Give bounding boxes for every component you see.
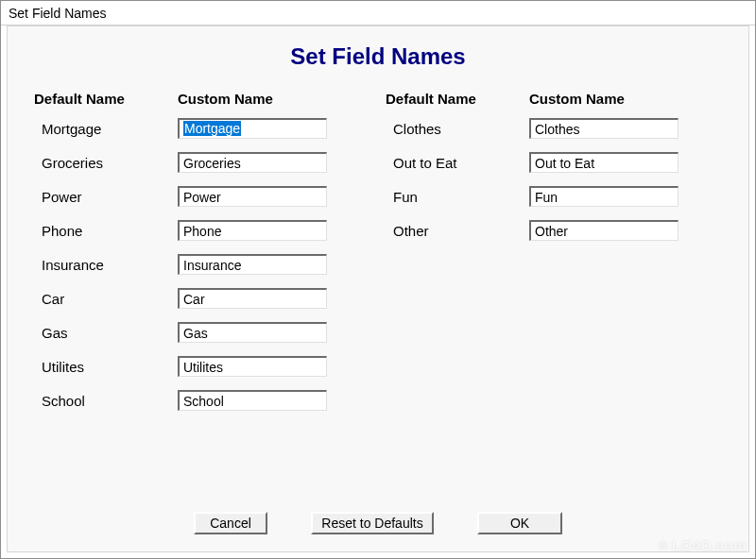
custom-name-input[interactable] (178, 254, 327, 275)
custom-name-input[interactable]: Mortgage (178, 118, 327, 139)
reset-to-defaults-button[interactable]: Reset to Defaults (311, 512, 434, 534)
field-row: Power (34, 184, 329, 209)
field-row: Out to Eat (386, 150, 680, 175)
field-row: Car (34, 286, 329, 311)
ok-button[interactable]: OK (477, 512, 562, 534)
field-columns: Default Name Custom Name MortgageMortgag… (30, 91, 726, 422)
default-name-label: Phone (34, 223, 178, 239)
field-row: MortgageMortgage (34, 116, 329, 141)
dialog-window: Set Field Names Set Field Names Default … (0, 0, 756, 559)
window-title: Set Field Names (9, 6, 106, 21)
default-name-label: School (34, 393, 178, 409)
header-default-name-right: Default Name (386, 91, 529, 107)
custom-name-input[interactable] (529, 220, 679, 241)
header-default-name-left: Default Name (34, 91, 178, 107)
header-custom-name-right: Custom Name (529, 91, 680, 107)
default-name-label: Power (34, 189, 178, 205)
default-name-label: Groceries (34, 155, 178, 171)
custom-name-input[interactable] (529, 186, 679, 207)
default-name-label: Out to Eat (386, 155, 529, 171)
default-name-label: Clothes (386, 121, 529, 137)
field-row: Phone (34, 218, 329, 243)
custom-name-input[interactable] (529, 118, 679, 139)
default-name-label: Car (34, 291, 178, 307)
custom-name-input[interactable] (178, 152, 327, 173)
default-name-label: Gas (34, 325, 178, 341)
default-name-label: Fun (386, 189, 529, 205)
cancel-button[interactable]: Cancel (194, 512, 267, 534)
default-name-label: Mortgage (34, 121, 178, 137)
custom-name-input[interactable] (178, 288, 327, 309)
default-name-label: Other (386, 223, 529, 239)
custom-name-input[interactable] (178, 322, 327, 343)
default-name-label: Insurance (34, 257, 178, 273)
left-column: Default Name Custom Name MortgageMortgag… (34, 91, 329, 422)
default-name-label: Utilites (34, 359, 178, 375)
field-row: Fun (386, 184, 680, 209)
right-column: Default Name Custom Name ClothesOut to E… (386, 91, 680, 422)
custom-name-input[interactable] (178, 220, 327, 241)
button-row: Cancel Reset to Defaults OK (8, 512, 748, 534)
titlebar: Set Field Names (1, 1, 755, 25)
custom-name-input[interactable] (529, 152, 679, 173)
right-column-headers: Default Name Custom Name (386, 91, 680, 107)
field-row: Gas (34, 320, 329, 345)
field-row: Other (386, 218, 680, 243)
field-row: Groceries (34, 150, 329, 175)
dialog-heading: Set Field Names (30, 43, 726, 70)
header-custom-name-left: Custom Name (178, 91, 329, 107)
field-row: School (34, 388, 329, 413)
field-row: Utilites (34, 354, 329, 379)
dialog-body: Set Field Names Default Name Custom Name… (7, 25, 749, 552)
field-row: Clothes (386, 116, 680, 141)
custom-name-input[interactable] (178, 390, 327, 411)
custom-name-input[interactable] (178, 186, 327, 207)
left-column-headers: Default Name Custom Name (34, 91, 329, 107)
field-row: Insurance (34, 252, 329, 277)
custom-name-input[interactable] (178, 356, 327, 377)
